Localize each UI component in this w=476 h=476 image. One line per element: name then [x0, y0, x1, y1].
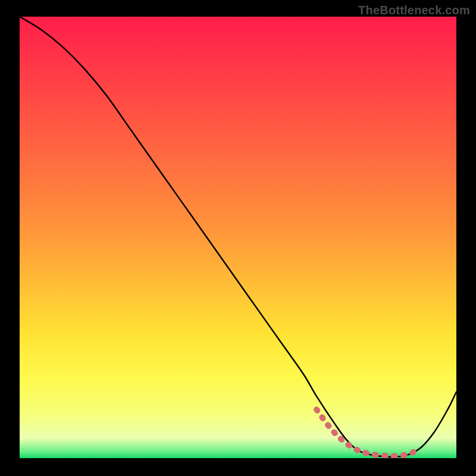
- watermark-text: TheBottleneck.com: [358, 4, 470, 17]
- plot-svg: [20, 17, 456, 458]
- bottleneck-plot: [20, 17, 456, 458]
- plot-background: [20, 17, 456, 458]
- chart-stage: TheBottleneck.com: [0, 0, 476, 476]
